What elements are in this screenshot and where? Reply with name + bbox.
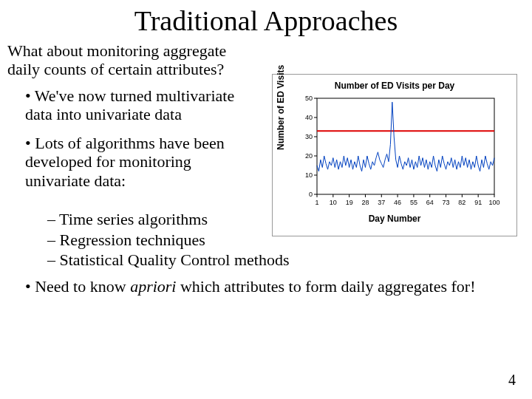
bullet-block: We've now turned multivariate data into … (0, 79, 266, 190)
svg-text:82: 82 (458, 199, 466, 206)
bullet-2: Lots of algorithms have been developed f… (25, 134, 259, 190)
chart-xlabel: Day Number (273, 212, 516, 224)
svg-text:10: 10 (305, 171, 313, 179)
svg-text:28: 28 (361, 199, 369, 206)
svg-text:30: 30 (305, 133, 313, 140)
final-pre: Need to know (35, 277, 130, 296)
svg-text:55: 55 (410, 199, 417, 206)
svg-text:1: 1 (315, 199, 318, 206)
final-post: which attributes to form daily aggregate… (176, 277, 475, 296)
svg-text:46: 46 (394, 199, 401, 206)
svg-text:19: 19 (346, 199, 353, 206)
svg-text:64: 64 (426, 199, 434, 206)
svg-text:10: 10 (330, 199, 337, 206)
chart-ylabel: Number of ED Visits (276, 65, 286, 150)
svg-text:37: 37 (378, 199, 385, 206)
final-em: apriori (130, 277, 176, 296)
svg-text:0: 0 (309, 191, 313, 198)
svg-text:40: 40 (305, 114, 313, 121)
svg-text:100: 100 (488, 199, 499, 206)
slide: Traditional Approaches What about monito… (0, 0, 532, 399)
slide-title: Traditional Approaches (0, 0, 532, 37)
bullet-final: Need to know apriori which attributes to… (25, 276, 517, 297)
svg-text:91: 91 (474, 199, 482, 206)
svg-text:73: 73 (443, 199, 450, 206)
chart-plot: 01020304050110192837465564738291100 (287, 94, 502, 212)
svg-rect-0 (317, 98, 494, 194)
sub-bullet-3: Statistical Quality Control methods (47, 250, 517, 270)
svg-text:50: 50 (305, 95, 313, 102)
bullet-1: We've now turned multivariate data into … (25, 86, 259, 124)
intro-text: What about monitoring aggregate daily co… (0, 37, 266, 79)
chart-title: Number of ED Visits per Day (273, 75, 516, 91)
page-number: 4 (508, 372, 516, 389)
chart-figure: Number of ED Visits per Day Number of ED… (272, 74, 517, 236)
svg-text:20: 20 (305, 152, 313, 160)
